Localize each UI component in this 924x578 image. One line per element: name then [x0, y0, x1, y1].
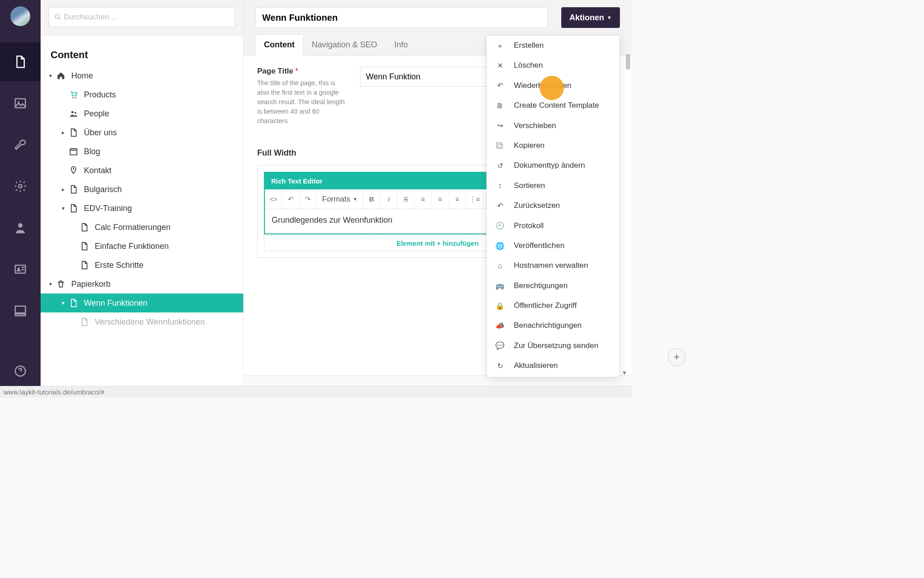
content-tree: ▾Home Products People ▸Über uns Blog Kon… [41, 66, 243, 331]
rte-formats-dropdown[interactable]: Formats▼ [317, 189, 363, 209]
tree-about[interactable]: ▸Über uns [41, 123, 243, 142]
rte-list-ul-icon[interactable]: ⋮≡ [466, 189, 483, 209]
actions-item-9[interactable]: 🕘Protokoll [487, 216, 619, 236]
main-panel: Aktionen▼ Content Navigation & SEO Info … [244, 0, 632, 398]
rte-source-icon[interactable]: <> [265, 189, 282, 209]
actions-item-10[interactable]: 🌐Veröffentlichen [487, 236, 619, 256]
tree-label: Blog [84, 147, 100, 156]
actions-item-label: Benachrichtigungen [514, 321, 582, 330]
tree-firststeps[interactable]: Erste Schritte [41, 256, 243, 275]
tree-home[interactable]: ▾Home [41, 66, 243, 85]
rail-content[interactable] [0, 42, 41, 81]
actions-item-1[interactable]: ✕Löschen [487, 55, 619, 75]
actions-item-label: Sortieren [514, 181, 545, 190]
scrollbar-thumb[interactable] [626, 54, 630, 69]
home-icon [55, 71, 67, 80]
calendar-icon [68, 147, 79, 156]
app-rail [0, 0, 41, 398]
actions-item-icon: ↻ [495, 362, 505, 370]
tree-trash[interactable]: ▾Papierkorb [41, 275, 243, 294]
actions-item-label: Dokumenttyp ändern [514, 161, 585, 170]
add-row-button[interactable]: + [668, 348, 686, 366]
file-icon [68, 204, 79, 213]
rte-align-left-icon[interactable]: ≡ [415, 189, 432, 209]
file-icon [68, 185, 79, 194]
rail-media[interactable] [0, 84, 41, 123]
file-icon [79, 223, 90, 232]
tree-label: Wenn Funktionen [84, 298, 148, 308]
sidebar: Content ▾Home Products People ▸Über uns … [41, 0, 244, 398]
rte-italic-icon[interactable]: I [380, 189, 397, 209]
actions-button[interactable]: Aktionen▼ [561, 7, 620, 28]
search-box[interactable] [49, 7, 235, 27]
tree-label: Papierkorb [71, 280, 111, 289]
actions-item-6[interactable]: ↺Dokumenttyp ändern [487, 156, 619, 175]
actions-item-icon: ↶ [495, 81, 505, 90]
tree-blog[interactable]: Blog [41, 142, 243, 161]
actions-item-11[interactable]: ⌂Hostnamen verwalten [487, 256, 619, 275]
tree-edv[interactable]: ▾EDV-Training [41, 199, 243, 218]
rte-redo-icon[interactable]: ↷ [300, 189, 317, 209]
search-input[interactable] [64, 13, 230, 22]
page-title-label: Page Title [257, 67, 293, 75]
page-title-description: The title of the page, this is also the … [257, 78, 347, 126]
file-icon [68, 128, 79, 137]
rail-settings[interactable] [0, 125, 41, 164]
actions-item-8[interactable]: ↶Zurücksetzen [487, 196, 619, 216]
rail-users[interactable] [0, 208, 41, 247]
pin-icon [68, 166, 79, 175]
tree-label: Bulgarisch [84, 185, 122, 194]
actions-item-15[interactable]: 💬Zur Übersetzung senden [487, 336, 619, 356]
rte-align-center-icon[interactable]: ≡ [432, 189, 449, 209]
app-root: Content ▾Home Products People ▸Über uns … [0, 0, 632, 398]
rail-developer[interactable] [0, 167, 41, 206]
rte-bold-icon[interactable]: B [363, 189, 380, 209]
rte-formats-label: Formats [322, 195, 350, 204]
actions-item-label: Protokoll [514, 221, 544, 230]
tree-label: Über uns [84, 128, 117, 138]
tree-label: Calc Formatierungen [95, 223, 171, 232]
tree-calc[interactable]: Calc Formatierungen [41, 218, 243, 237]
rte-strike-icon[interactable]: S [397, 189, 415, 209]
actions-label: Aktionen [569, 13, 604, 23]
rail-help[interactable] [0, 352, 41, 390]
file-icon [79, 317, 90, 326]
actions-item-label: Hostnamen verwalten [514, 261, 588, 270]
actions-item-label: Erstellen [514, 41, 544, 50]
actions-item-label: Create Content Template [514, 101, 599, 110]
tree-wennfn[interactable]: ▾Wenn Funktionen [41, 294, 243, 312]
rail-members[interactable] [0, 250, 41, 289]
actions-item-14[interactable]: 📣Benachrichtigungen [487, 316, 619, 335]
page-name-input[interactable] [255, 7, 548, 28]
tree-label: Home [71, 71, 93, 81]
actions-item-5[interactable]: ⿻Kopieren [487, 136, 619, 156]
tab-navseo[interactable]: Navigation & SEO [303, 34, 386, 56]
cart-icon [68, 90, 79, 99]
actions-item-4[interactable]: ↪Verschieben [487, 116, 619, 136]
tab-info[interactable]: Info [386, 34, 416, 56]
tree-people[interactable]: People [41, 104, 243, 123]
actions-item-16[interactable]: ↻Aktualisieren [487, 356, 619, 376]
tree-products[interactable]: Products [41, 85, 243, 104]
tree-label: Kontakt [84, 166, 111, 175]
actions-item-0[interactable]: ＋Erstellen [487, 36, 619, 55]
tree-contact[interactable]: Kontakt [41, 161, 243, 180]
highlight-marker [540, 76, 564, 100]
actions-item-13[interactable]: 🔒Öffentlicher Zugriff [487, 296, 619, 316]
dropdown-more-icon[interactable]: ▼ [622, 370, 627, 376]
file-icon [79, 242, 90, 251]
tab-content[interactable]: Content [255, 34, 303, 56]
rail-forms[interactable] [0, 291, 41, 330]
rte-undo-icon[interactable]: ↶ [282, 189, 300, 209]
search-icon [54, 13, 62, 21]
avatar[interactable] [10, 6, 30, 26]
rte-align-right-icon[interactable]: ≡ [449, 189, 466, 209]
tree-variouswenn[interactable]: Verschiedene Wennfunktionen [41, 312, 243, 331]
trash-icon [55, 280, 67, 289]
tree-simplefn[interactable]: Einfache Funktionen [41, 237, 243, 256]
tree-bulgarian[interactable]: ▸Bulgarisch [41, 180, 243, 199]
actions-item-7[interactable]: ↕Sortieren [487, 176, 619, 196]
actions-item-icon: 🗎 [495, 101, 505, 110]
actions-item-12[interactable]: 🚌Berechtigungen [487, 276, 619, 296]
actions-item-icon: 📣 [495, 321, 505, 330]
